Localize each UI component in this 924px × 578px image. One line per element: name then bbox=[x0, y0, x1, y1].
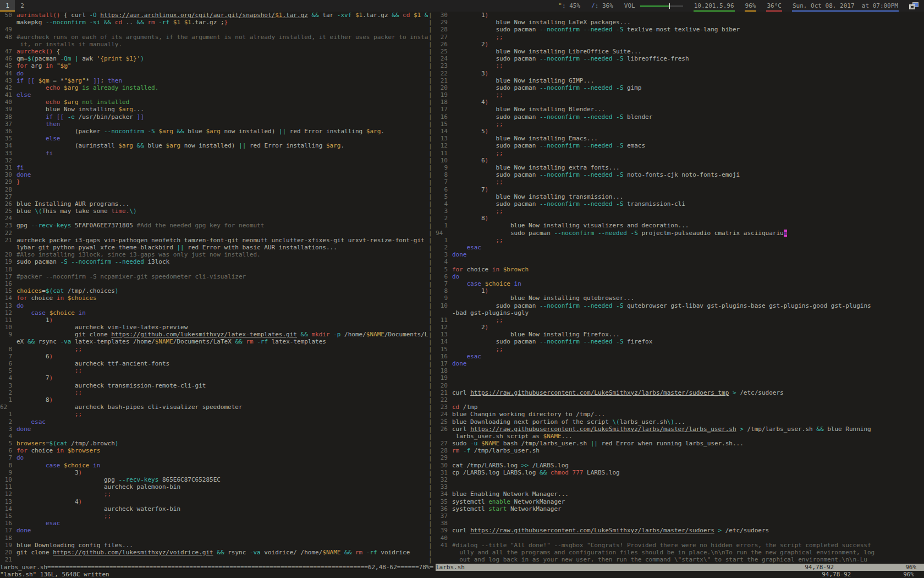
root-usage-segment: /: 36% bbox=[586, 0, 619, 12]
display-icon[interactable] bbox=[909, 2, 919, 9]
code-line: 35 else bbox=[0, 135, 428, 142]
code-line: -bad gst-plugins-ugly bbox=[436, 309, 924, 317]
line-number: 26 bbox=[436, 426, 448, 433]
code-line: 19blue Downloading config files... bbox=[0, 542, 428, 549]
temperature-label: 36°C bbox=[767, 2, 782, 9]
code-line: 39curl https://raw.githubusercontent.com… bbox=[436, 527, 924, 534]
code-line: 14 aurcheck waterfox-bin bbox=[0, 505, 428, 512]
line-number: 10 bbox=[436, 302, 448, 309]
ip-address-segment: 10.201.5.96 bbox=[689, 0, 740, 12]
code-line: 30cat /tmp/LARBS.log >> /LARBS.log bbox=[436, 462, 924, 469]
temperature-segment: 36°C bbox=[761, 0, 787, 12]
vim-right-window[interactable]: 30 1)29 blue Now installing LaTeX packag… bbox=[436, 12, 924, 563]
line-number: 23 bbox=[0, 222, 12, 229]
code-line: 3 ;; bbox=[436, 208, 924, 215]
line-number: 40 bbox=[0, 99, 12, 106]
line-number: 28 bbox=[436, 26, 448, 33]
code-line: 20 sudo pacman --noconfirm --needed -S g… bbox=[436, 84, 924, 91]
line-number: 15 bbox=[436, 346, 448, 353]
line-number: 41 bbox=[436, 542, 448, 549]
line-number: 29 bbox=[436, 19, 448, 26]
code-line: lybar-git python-pywal xfce-theme-blackb… bbox=[0, 244, 428, 251]
code-line: 12 sudo pacman --noconfirm --needed -S e… bbox=[436, 142, 924, 149]
code-line: 24 sudo pacman --noconfirm --needed -S l… bbox=[436, 55, 924, 62]
line-number: 12 bbox=[0, 490, 12, 498]
line-number: 15 bbox=[0, 287, 12, 295]
volume-slider[interactable] bbox=[640, 6, 683, 7]
line-number: 8 bbox=[0, 346, 12, 353]
line-number: 3 bbox=[0, 426, 12, 433]
code-line: 3 aurcheck transmission-remote-cli-git bbox=[0, 382, 428, 389]
line-number: 34 bbox=[436, 490, 448, 498]
line-number: 21 bbox=[0, 237, 12, 244]
line-number: 7 bbox=[436, 178, 448, 186]
code-line: 50aurinstall() { curl -O https://aur.arc… bbox=[0, 12, 428, 19]
line-number: 1 bbox=[436, 237, 448, 244]
line-number: 43 bbox=[0, 77, 12, 84]
line-number: 2 bbox=[436, 215, 448, 222]
line-number: 42 bbox=[0, 84, 12, 91]
workspace-list: 12 bbox=[0, 0, 30, 12]
line-number: 16 bbox=[436, 353, 448, 360]
statusline-left: larbs_user.sh===========================… bbox=[0, 564, 436, 571]
code-line: 28 bbox=[0, 186, 428, 193]
line-number: 14 bbox=[0, 505, 12, 512]
code-line: 21 bbox=[0, 556, 428, 563]
root-usage-label: : 36% bbox=[595, 2, 613, 9]
code-line: 31cp /LARBS.log LARBS.log && chmod 777 L… bbox=[436, 469, 924, 476]
line-number: 25 bbox=[436, 418, 448, 426]
code-line: 28rm -f /tmp/larbs_user.sh bbox=[436, 447, 924, 454]
code-line: 4 7) bbox=[0, 374, 428, 381]
window-separator[interactable]: | | | | | | | | | | | | | | | | | | | | … bbox=[428, 12, 436, 564]
line-number: 27 bbox=[0, 193, 12, 200]
line-number: 6 bbox=[0, 360, 12, 367]
code-line: 38 if [[ -e /usr/bin/packer ]] bbox=[0, 113, 428, 121]
statusline-right-ruler: 94,78-92 bbox=[805, 564, 834, 571]
line-number: 35 bbox=[436, 498, 448, 505]
datetime-label: Sun, Oct 08, 2017 at 07:00PM bbox=[793, 2, 898, 9]
line-number: 7 bbox=[436, 280, 448, 287]
code-line: 3done bbox=[436, 251, 924, 258]
line-number: 17 bbox=[0, 273, 12, 280]
line-number: 25 bbox=[436, 48, 448, 55]
code-line: makepkg --noconfirm -si && cd .. && rm -… bbox=[0, 19, 428, 26]
code-line: 4 bbox=[436, 258, 924, 265]
line-number: 8 bbox=[436, 287, 448, 295]
battery-label: 96% bbox=[745, 2, 756, 9]
code-line: 43if [[ $qm = *"$arg"* ]]; then bbox=[0, 77, 428, 84]
line-number: 9 bbox=[0, 331, 12, 338]
code-line: eX && rsync -va latex-templates /home/$N… bbox=[0, 338, 428, 345]
code-line-cursor: 94 sudo pacman --noconfirm --needed -S p… bbox=[436, 230, 924, 237]
code-line-cursor: 62 aurcheck bash-pipes cli-visualizer sp… bbox=[0, 403, 428, 411]
code-line: 25blue \(This may take some time.\) bbox=[0, 208, 428, 215]
code-line: 23 ;; bbox=[436, 62, 924, 69]
code-line: 7 case $choice in bbox=[436, 280, 924, 287]
code-line: 41else bbox=[0, 91, 428, 99]
workspace-2[interactable]: 2 bbox=[15, 0, 30, 12]
line-number: 3 bbox=[436, 251, 448, 258]
code-line: 15 ;; bbox=[0, 512, 428, 520]
code-line: 10 6) bbox=[436, 157, 924, 164]
code-line: 27 bbox=[0, 193, 428, 200]
workspace-1[interactable]: 1 bbox=[0, 0, 15, 12]
line-number: 38 bbox=[436, 520, 448, 527]
code-line: 11 ;; bbox=[436, 317, 924, 324]
line-number: 5 bbox=[436, 266, 448, 273]
vim-left-window[interactable]: 50aurinstall() { curl -O https://aur.arc… bbox=[0, 12, 428, 563]
code-line: 5 ;; bbox=[0, 367, 428, 374]
code-line: 40 echo $arg not installed bbox=[0, 99, 428, 106]
statusline-right-file: larbs.sh bbox=[436, 564, 465, 571]
volume-segment[interactable]: VOL bbox=[619, 0, 689, 12]
code-line: 7 6) bbox=[0, 353, 428, 360]
line-number: 18 bbox=[0, 535, 12, 542]
code-line: 49 bbox=[0, 26, 428, 33]
code-line: 24 bbox=[0, 215, 428, 222]
line-number: 21 bbox=[0, 556, 12, 563]
home-usage-icon: " bbox=[558, 2, 562, 9]
line-number: 13 bbox=[436, 331, 448, 338]
line-number: 40 bbox=[436, 535, 448, 542]
code-line: 8 ;; bbox=[0, 346, 428, 353]
line-number bbox=[436, 433, 448, 440]
display-icon-front bbox=[909, 4, 915, 9]
line-number: 14 bbox=[436, 338, 448, 345]
